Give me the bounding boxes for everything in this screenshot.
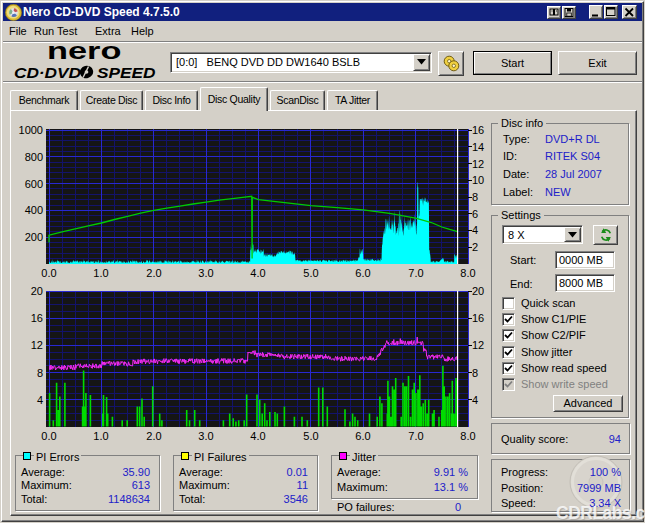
svg-text:16: 16 <box>472 124 484 136</box>
svg-text:4.0: 4.0 <box>250 267 265 279</box>
svg-text:4.0: 4.0 <box>250 430 265 442</box>
svg-text:20: 20 <box>472 285 484 297</box>
svg-text:8.0: 8.0 <box>460 267 475 279</box>
svg-text:600: 600 <box>25 178 43 190</box>
svg-text:8: 8 <box>37 367 43 379</box>
svg-text:12: 12 <box>472 339 484 351</box>
svg-text:0.0: 0.0 <box>41 267 56 279</box>
svg-text:14: 14 <box>472 141 484 153</box>
svg-text:1.0: 1.0 <box>93 267 108 279</box>
svg-text:2.0: 2.0 <box>146 267 161 279</box>
svg-text:8: 8 <box>472 367 478 379</box>
svg-text:4: 4 <box>472 394 478 406</box>
svg-text:3.0: 3.0 <box>198 267 213 279</box>
svg-text:12: 12 <box>31 339 43 351</box>
svg-text:7.0: 7.0 <box>408 430 423 442</box>
svg-text:8.0: 8.0 <box>460 430 475 442</box>
svg-text:8: 8 <box>472 191 478 203</box>
svg-text:6.0: 6.0 <box>355 267 370 279</box>
svg-text:2: 2 <box>472 241 478 253</box>
svg-text:12: 12 <box>472 158 484 170</box>
svg-text:6.0: 6.0 <box>355 430 370 442</box>
svg-text:10: 10 <box>472 174 484 186</box>
svg-text:1000: 1000 <box>19 124 43 136</box>
svg-text:5.0: 5.0 <box>303 267 318 279</box>
svg-text:5.0: 5.0 <box>303 430 318 442</box>
svg-text:800: 800 <box>25 151 43 163</box>
svg-text:20: 20 <box>31 285 43 297</box>
svg-text:6: 6 <box>472 208 478 220</box>
svg-text:200: 200 <box>25 231 43 243</box>
svg-text:4: 4 <box>472 224 478 236</box>
svg-text:3.0: 3.0 <box>198 430 213 442</box>
svg-text:0.0: 0.0 <box>41 430 56 442</box>
svg-text:16: 16 <box>472 312 484 324</box>
svg-text:4: 4 <box>37 394 43 406</box>
svg-text:2.0: 2.0 <box>146 430 161 442</box>
svg-text:1.0: 1.0 <box>93 430 108 442</box>
svg-text:7.0: 7.0 <box>408 267 423 279</box>
svg-text:16: 16 <box>31 312 43 324</box>
svg-text:400: 400 <box>25 204 43 216</box>
